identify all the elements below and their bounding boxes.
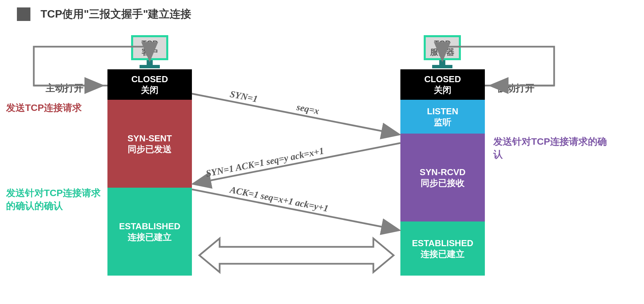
diagram-arrows-layer: SYN=1 seq=x SYN=1 ACK=1 seq=y ack=x+1 AC… (0, 0, 644, 304)
msg1-text: SYN=1 seq=x (229, 89, 403, 132)
msg1-arrow (192, 94, 398, 134)
server-open-arrow (442, 47, 554, 86)
data-transfer-double-arrow (199, 238, 394, 272)
client-open-arrow (34, 47, 150, 86)
msg2-arrow (194, 143, 400, 184)
msg3-arrow (192, 189, 398, 230)
